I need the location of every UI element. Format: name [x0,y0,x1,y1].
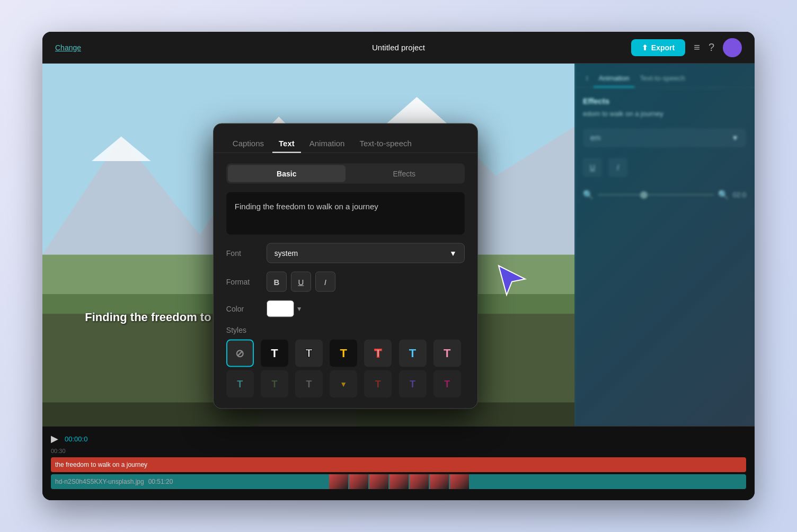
style-r2-5[interactable]: T [364,370,392,398]
avatar[interactable] [723,38,742,57]
project-title: Untitled project [372,43,425,52]
thumb-6 [430,474,449,489]
format-label: Format [226,278,258,286]
style-r2-6[interactable]: T [399,370,427,398]
topbar-left: Change [55,43,81,52]
styles-label: Styles [226,326,465,334]
thumb-2 [349,474,368,489]
style-red-outline[interactable]: T [364,340,392,367]
timeline-ruler: 00:30 [42,447,755,455]
style-r2-4[interactable]: ▼ [330,370,357,398]
style-r2-2[interactable]: T [261,370,288,398]
thumb-3 [369,474,388,489]
color-caret-icon[interactable]: ▼ [296,305,303,313]
color-row: Color ▼ [226,300,465,317]
font-dropdown[interactable]: system ▼ [267,243,465,263]
text-modal: Captions Text Animation Text-to-speech B… [213,123,478,409]
style-plain[interactable]: T [261,340,288,367]
menu-icon[interactable]: ≡ [694,41,700,54]
play-button[interactable]: ▶ [51,433,58,445]
caption-track[interactable]: the freedom to walk on a journey [51,457,746,472]
italic-button[interactable]: I [315,272,335,292]
thumb-5 [410,474,429,489]
teal-overlay [574,64,755,426]
style-r2-3[interactable]: T [295,370,323,398]
thumb-7 [450,474,469,489]
underline-button[interactable]: U [291,272,311,292]
styles-grid-row2: T T T ▼ T T T [226,370,465,398]
right-panel: t Animation Text-to-speech Effects edom … [574,64,755,426]
color-swatch [267,300,294,317]
style-teal-outline[interactable]: T [399,340,427,367]
style-pink-outline[interactable]: T [433,340,461,367]
current-timestamp: 00:00:0 [65,435,87,443]
color-picker[interactable]: ▼ [267,300,303,317]
topbar-right: ⬆ Export ≡ ? [631,38,742,57]
segment-control: Basic Effects [226,164,465,184]
thumb-4 [389,474,409,489]
color-label: Color [226,305,258,313]
style-none[interactable]: ⊘ [226,340,254,367]
topbar: Change Untitled project ⬆ Export ≡ ? [42,32,755,64]
basic-segment-btn[interactable]: Basic [228,165,346,182]
tab-text[interactable]: Text [272,135,301,153]
thumb-1 [329,474,348,489]
timeline: ▶ 00:00:0 00:30 the freedom to walk on a… [42,426,755,500]
text-editing-area[interactable]: Finding the freedom to walk on a journey [226,192,465,235]
bold-button[interactable]: B [267,272,287,292]
timeline-controls: ▶ 00:00:0 [42,431,755,447]
video-track[interactable]: hd-n2S0h4S5KXY-unsplash.jpg 00:51:20 [51,474,746,489]
styles-grid-row1: ⊘ T T T T T T [226,340,465,367]
export-button[interactable]: ⬆ Export [631,39,685,56]
change-link[interactable]: Change [55,43,81,52]
svg-marker-25 [499,265,525,295]
tab-animation[interactable]: Animation [303,135,351,153]
tab-text-to-speech[interactable]: Text-to-speech [353,135,418,153]
style-r2-1[interactable]: T [226,370,254,398]
format-buttons: B U I [267,272,335,292]
font-row: Font system ▼ [226,243,465,263]
help-icon[interactable]: ? [709,41,714,54]
modal-tabs: Captions Text Animation Text-to-speech [214,124,477,153]
upload-icon: ⬆ [642,43,648,52]
font-label: Font [226,249,258,258]
format-row: Format B U I [226,272,465,292]
ruler-mark-30: 00:30 [51,448,66,454]
tab-captions[interactable]: Captions [226,135,270,153]
modal-body: Basic Effects Finding the freedom to wal… [214,153,477,409]
track-thumbnail-strip [329,474,746,489]
style-outlined[interactable]: T [295,340,323,367]
video-track-duration: 00:51:20 [148,478,173,485]
effects-segment-btn[interactable]: Effects [346,165,463,182]
dropdown-chevron-icon: ▼ [449,249,457,258]
style-r2-7[interactable]: T [433,370,461,398]
video-track-filename: hd-n2S0h4S5KXY-unsplash.jpg [55,478,144,485]
style-yellow[interactable]: T [330,340,357,367]
